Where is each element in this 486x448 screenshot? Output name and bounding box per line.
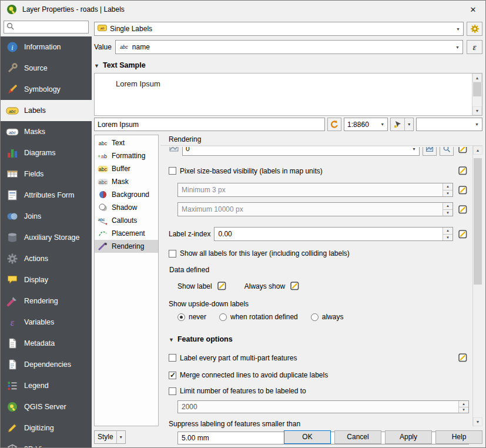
suppress-labeling-label: Suppress labeling of features smaller th…: [169, 420, 300, 428]
scroll-thumb[interactable]: [474, 158, 482, 285]
cancel-button[interactable]: Cancel: [334, 430, 381, 444]
sidebar-item-attributes-form[interactable]: Attributes Form: [1, 185, 92, 206]
svg-text:abc: abc: [120, 44, 128, 49]
sidebar-item-actions[interactable]: Actions: [1, 248, 92, 269]
set-to-current-scale-button[interactable]: [423, 147, 437, 156]
radio-icon[interactable]: [219, 313, 227, 321]
search-input[interactable]: [16, 23, 86, 31]
close-button[interactable]: ✕: [464, 2, 482, 17]
merge-connected-lines-checkbox[interactable]: [169, 372, 176, 379]
spinner-arrows[interactable]: [443, 228, 453, 240]
scroll-thumb[interactable]: [473, 82, 481, 96]
metadata-icon: [6, 337, 19, 349]
limit-features-spinbox[interactable]: 2000: [177, 400, 469, 413]
spinner-arrows[interactable]: [443, 183, 453, 196]
expression-builder-button[interactable]: ε: [467, 40, 482, 54]
sidebar-item-auxiliary-storage[interactable]: Auxiliary Storage: [1, 227, 92, 248]
sidebar-item-labels[interactable]: abcLabels: [1, 100, 92, 121]
rendering-scrollbar[interactable]: [472, 146, 482, 426]
help-button[interactable]: Help: [435, 430, 482, 444]
sample-scrollbar[interactable]: [472, 73, 482, 115]
zindex-spinbox[interactable]: 0.00: [214, 227, 453, 241]
sidebar-item-diagrams[interactable]: Diagrams: [1, 142, 92, 163]
pixel-visibility-checkbox[interactable]: [169, 167, 176, 175]
scroll-up-icon[interactable]: [473, 146, 482, 155]
scroll-down-icon[interactable]: [473, 417, 482, 426]
radio-icon[interactable]: [311, 313, 319, 321]
sidebar-item-information[interactable]: iInformation: [1, 36, 92, 58]
sidebar-item-legend[interactable]: Legend: [1, 375, 92, 396]
data-defined-override-button[interactable]: [457, 184, 469, 196]
upside-down-never-radio[interactable]: never: [177, 313, 206, 321]
tab-background[interactable]: Background: [95, 188, 158, 201]
tab-text[interactable]: abcText: [95, 136, 158, 149]
apply-button[interactable]: Apply: [385, 430, 432, 444]
map-scale-button[interactable]: [390, 118, 414, 131]
dropdown-arrow-icon[interactable]: [116, 431, 125, 443]
data-defined-override-button[interactable]: [289, 280, 301, 292]
tab-callouts[interactable]: abcCallouts: [95, 214, 158, 227]
maximum-scale-select[interactable]: 0: [182, 147, 420, 156]
max-pixel-size-spinbox[interactable]: Maximum 10000 px: [177, 202, 453, 216]
feature-options-section-header[interactable]: Feature options: [169, 334, 469, 345]
radio-icon[interactable]: [177, 313, 185, 321]
auto-placement-settings-button[interactable]: [467, 22, 482, 36]
upside-down-always-radio[interactable]: always: [311, 313, 344, 321]
sidebar-item-rendering[interactable]: Rendering: [1, 290, 92, 312]
ok-button[interactable]: OK: [284, 430, 331, 444]
sample-scale-select[interactable]: 1:8860: [344, 118, 388, 131]
limit-features-checkbox[interactable]: [169, 387, 176, 395]
reset-sample-button[interactable]: [327, 118, 341, 131]
sidebar-item-fields[interactable]: Fields: [1, 163, 92, 185]
data-defined-override-button[interactable]: [457, 352, 469, 364]
label-mode-select[interactable]: ab Single Labels: [94, 22, 464, 36]
tab-rendering[interactable]: Rendering: [95, 240, 158, 253]
sidebar-item-3d-view[interactable]: 3D View: [1, 439, 92, 447]
display-icon: [6, 274, 19, 286]
sidebar-search[interactable]: [4, 21, 89, 34]
sidebar-item-digitizing[interactable]: Digitizing: [1, 417, 92, 439]
sidebar-item-source[interactable]: Source: [1, 58, 92, 79]
sidebar-item-display[interactable]: Display: [1, 269, 92, 290]
dropdown-arrow-icon: [455, 45, 460, 49]
svg-text:b: b: [104, 153, 107, 159]
dependencies-icon: [6, 359, 19, 370]
dropdown-arrow-icon[interactable]: [404, 118, 413, 131]
sidebar-item-dependencies[interactable]: Dependencies: [1, 354, 92, 375]
min-pixel-size-spinbox[interactable]: Minimum 3 px: [177, 183, 453, 197]
scroll-down-icon[interactable]: [472, 106, 482, 115]
sidebar-item-qgis-server[interactable]: QGIS Server: [1, 396, 92, 417]
spinner-arrows[interactable]: [443, 203, 453, 216]
tab-shadow[interactable]: Shadow: [95, 201, 158, 214]
data-defined-override-button[interactable]: [457, 147, 469, 155]
tab-placement[interactable]: Placement: [95, 227, 158, 240]
tab-formatting[interactable]: +abFormatting: [95, 149, 158, 162]
svg-text:ε: ε: [11, 317, 15, 327]
sample-text-input[interactable]: [94, 118, 325, 131]
background-tab-icon: [96, 190, 109, 199]
spinner-arrows[interactable]: [458, 401, 468, 413]
tab-mask[interactable]: abcMask: [95, 175, 158, 188]
sidebar-item-symbology[interactable]: Symbology: [1, 79, 92, 100]
upside-down-when-rotation-radio[interactable]: when rotation defined: [219, 313, 298, 321]
data-defined-override-button[interactable]: [457, 165, 469, 177]
preview-background-select[interactable]: [416, 118, 482, 131]
tab-buffer[interactable]: abcBuffer: [95, 162, 158, 175]
data-defined-override-button[interactable]: [457, 203, 469, 216]
text-sample-section-header[interactable]: Text Sample: [94, 60, 482, 71]
show-all-labels-checkbox[interactable]: [169, 250, 176, 258]
collapse-triangle-icon: [169, 335, 174, 343]
sidebar-item-joins[interactable]: Joins: [1, 206, 92, 227]
sidebar-item-variables[interactable]: εVariables: [1, 312, 92, 333]
svg-text:i: i: [11, 44, 13, 52]
style-button[interactable]: Style: [94, 430, 126, 444]
value-field-select[interactable]: abc name: [115, 40, 463, 54]
set-scale-extra-button[interactable]: [440, 147, 454, 156]
auxiliary-storage-icon: [6, 232, 19, 243]
data-defined-override-button[interactable]: [216, 280, 228, 292]
scroll-up-icon[interactable]: [472, 73, 482, 82]
data-defined-override-button[interactable]: [457, 228, 469, 240]
sidebar-item-masks[interactable]: abcMasks: [1, 121, 92, 142]
sidebar-item-metadata[interactable]: Metadata: [1, 333, 92, 354]
label-every-part-checkbox[interactable]: [169, 354, 176, 362]
